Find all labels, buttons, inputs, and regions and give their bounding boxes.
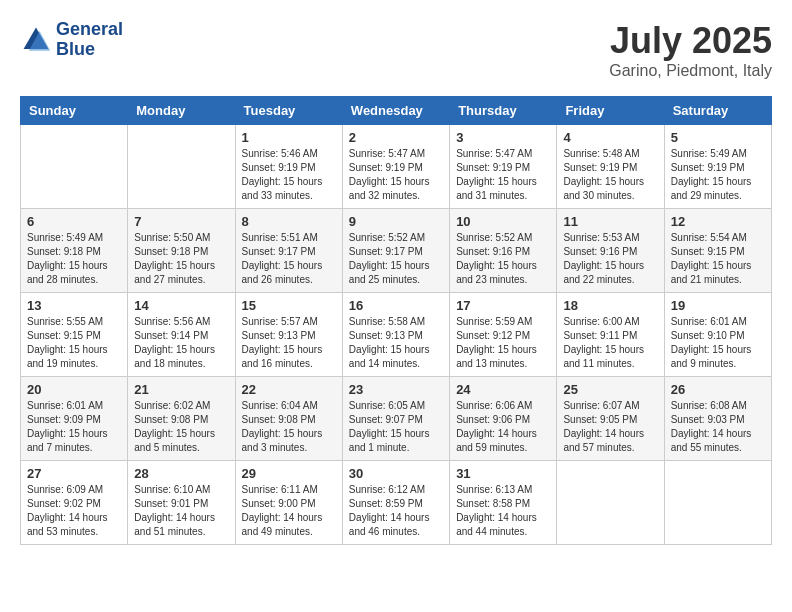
day-info: Sunrise: 6:08 AMSunset: 9:03 PMDaylight:…: [671, 399, 765, 455]
day-info: Sunrise: 6:04 AMSunset: 9:08 PMDaylight:…: [242, 399, 336, 455]
day-info: Sunrise: 5:59 AMSunset: 9:12 PMDaylight:…: [456, 315, 550, 371]
day-number: 1: [242, 130, 336, 145]
day-number: 26: [671, 382, 765, 397]
day-info: Sunrise: 5:54 AMSunset: 9:15 PMDaylight:…: [671, 231, 765, 287]
calendar-cell: 3Sunrise: 5:47 AMSunset: 9:19 PMDaylight…: [450, 125, 557, 209]
weekday-header-tuesday: Tuesday: [235, 97, 342, 125]
calendar-cell: 7Sunrise: 5:50 AMSunset: 9:18 PMDaylight…: [128, 209, 235, 293]
day-number: 6: [27, 214, 121, 229]
day-info: Sunrise: 5:53 AMSunset: 9:16 PMDaylight:…: [563, 231, 657, 287]
day-number: 21: [134, 382, 228, 397]
weekday-header-wednesday: Wednesday: [342, 97, 449, 125]
day-info: Sunrise: 5:50 AMSunset: 9:18 PMDaylight:…: [134, 231, 228, 287]
day-number: 18: [563, 298, 657, 313]
calendar-cell: 6Sunrise: 5:49 AMSunset: 9:18 PMDaylight…: [21, 209, 128, 293]
day-number: 30: [349, 466, 443, 481]
day-info: Sunrise: 5:52 AMSunset: 9:17 PMDaylight:…: [349, 231, 443, 287]
day-info: Sunrise: 6:06 AMSunset: 9:06 PMDaylight:…: [456, 399, 550, 455]
weekday-header-monday: Monday: [128, 97, 235, 125]
calendar-week-4: 20Sunrise: 6:01 AMSunset: 9:09 PMDayligh…: [21, 377, 772, 461]
page-header: General Blue July 2025 Garino, Piedmont,…: [20, 20, 772, 80]
day-info: Sunrise: 5:49 AMSunset: 9:18 PMDaylight:…: [27, 231, 121, 287]
day-number: 7: [134, 214, 228, 229]
day-info: Sunrise: 5:47 AMSunset: 9:19 PMDaylight:…: [349, 147, 443, 203]
day-number: 3: [456, 130, 550, 145]
day-number: 4: [563, 130, 657, 145]
day-number: 23: [349, 382, 443, 397]
calendar-cell: 20Sunrise: 6:01 AMSunset: 9:09 PMDayligh…: [21, 377, 128, 461]
day-number: 15: [242, 298, 336, 313]
calendar-cell: 5Sunrise: 5:49 AMSunset: 9:19 PMDaylight…: [664, 125, 771, 209]
day-number: 11: [563, 214, 657, 229]
day-info: Sunrise: 6:07 AMSunset: 9:05 PMDaylight:…: [563, 399, 657, 455]
calendar-cell: 21Sunrise: 6:02 AMSunset: 9:08 PMDayligh…: [128, 377, 235, 461]
calendar-cell: 17Sunrise: 5:59 AMSunset: 9:12 PMDayligh…: [450, 293, 557, 377]
calendar-cell: 31Sunrise: 6:13 AMSunset: 8:58 PMDayligh…: [450, 461, 557, 545]
calendar-cell: 19Sunrise: 6:01 AMSunset: 9:10 PMDayligh…: [664, 293, 771, 377]
calendar-cell: 2Sunrise: 5:47 AMSunset: 9:19 PMDaylight…: [342, 125, 449, 209]
logo-text: General Blue: [56, 20, 123, 60]
day-number: 13: [27, 298, 121, 313]
day-number: 5: [671, 130, 765, 145]
month-title: July 2025: [609, 20, 772, 62]
day-info: Sunrise: 6:13 AMSunset: 8:58 PMDaylight:…: [456, 483, 550, 539]
calendar-cell: 28Sunrise: 6:10 AMSunset: 9:01 PMDayligh…: [128, 461, 235, 545]
day-info: Sunrise: 5:55 AMSunset: 9:15 PMDaylight:…: [27, 315, 121, 371]
calendar-cell: 15Sunrise: 5:57 AMSunset: 9:13 PMDayligh…: [235, 293, 342, 377]
calendar-cell: 23Sunrise: 6:05 AMSunset: 9:07 PMDayligh…: [342, 377, 449, 461]
day-info: Sunrise: 5:51 AMSunset: 9:17 PMDaylight:…: [242, 231, 336, 287]
day-info: Sunrise: 6:01 AMSunset: 9:10 PMDaylight:…: [671, 315, 765, 371]
calendar-cell: [21, 125, 128, 209]
day-info: Sunrise: 6:11 AMSunset: 9:00 PMDaylight:…: [242, 483, 336, 539]
calendar-cell: 12Sunrise: 5:54 AMSunset: 9:15 PMDayligh…: [664, 209, 771, 293]
day-number: 10: [456, 214, 550, 229]
calendar-cell: 1Sunrise: 5:46 AMSunset: 9:19 PMDaylight…: [235, 125, 342, 209]
day-info: Sunrise: 6:10 AMSunset: 9:01 PMDaylight:…: [134, 483, 228, 539]
day-number: 14: [134, 298, 228, 313]
day-number: 24: [456, 382, 550, 397]
weekday-header-thursday: Thursday: [450, 97, 557, 125]
day-number: 22: [242, 382, 336, 397]
day-info: Sunrise: 5:52 AMSunset: 9:16 PMDaylight:…: [456, 231, 550, 287]
day-info: Sunrise: 6:09 AMSunset: 9:02 PMDaylight:…: [27, 483, 121, 539]
weekday-header-sunday: Sunday: [21, 97, 128, 125]
title-block: July 2025 Garino, Piedmont, Italy: [609, 20, 772, 80]
calendar-cell: 16Sunrise: 5:58 AMSunset: 9:13 PMDayligh…: [342, 293, 449, 377]
calendar-cell: [128, 125, 235, 209]
calendar-cell: [557, 461, 664, 545]
day-info: Sunrise: 5:57 AMSunset: 9:13 PMDaylight:…: [242, 315, 336, 371]
day-number: 8: [242, 214, 336, 229]
day-info: Sunrise: 5:48 AMSunset: 9:19 PMDaylight:…: [563, 147, 657, 203]
location: Garino, Piedmont, Italy: [609, 62, 772, 80]
day-info: Sunrise: 6:05 AMSunset: 9:07 PMDaylight:…: [349, 399, 443, 455]
day-number: 9: [349, 214, 443, 229]
day-info: Sunrise: 5:46 AMSunset: 9:19 PMDaylight:…: [242, 147, 336, 203]
day-number: 16: [349, 298, 443, 313]
calendar-cell: 11Sunrise: 5:53 AMSunset: 9:16 PMDayligh…: [557, 209, 664, 293]
day-info: Sunrise: 5:49 AMSunset: 9:19 PMDaylight:…: [671, 147, 765, 203]
weekday-header-saturday: Saturday: [664, 97, 771, 125]
calendar-cell: 30Sunrise: 6:12 AMSunset: 8:59 PMDayligh…: [342, 461, 449, 545]
weekday-header-friday: Friday: [557, 97, 664, 125]
calendar-week-5: 27Sunrise: 6:09 AMSunset: 9:02 PMDayligh…: [21, 461, 772, 545]
weekday-header-row: SundayMondayTuesdayWednesdayThursdayFrid…: [21, 97, 772, 125]
calendar-cell: 18Sunrise: 6:00 AMSunset: 9:11 PMDayligh…: [557, 293, 664, 377]
calendar-cell: 29Sunrise: 6:11 AMSunset: 9:00 PMDayligh…: [235, 461, 342, 545]
day-number: 12: [671, 214, 765, 229]
day-number: 28: [134, 466, 228, 481]
calendar-week-3: 13Sunrise: 5:55 AMSunset: 9:15 PMDayligh…: [21, 293, 772, 377]
day-number: 2: [349, 130, 443, 145]
day-number: 27: [27, 466, 121, 481]
day-info: Sunrise: 6:00 AMSunset: 9:11 PMDaylight:…: [563, 315, 657, 371]
calendar-cell: 14Sunrise: 5:56 AMSunset: 9:14 PMDayligh…: [128, 293, 235, 377]
calendar-cell: 24Sunrise: 6:06 AMSunset: 9:06 PMDayligh…: [450, 377, 557, 461]
calendar-cell: 25Sunrise: 6:07 AMSunset: 9:05 PMDayligh…: [557, 377, 664, 461]
calendar-cell: 26Sunrise: 6:08 AMSunset: 9:03 PMDayligh…: [664, 377, 771, 461]
calendar-cell: 9Sunrise: 5:52 AMSunset: 9:17 PMDaylight…: [342, 209, 449, 293]
calendar-week-1: 1Sunrise: 5:46 AMSunset: 9:19 PMDaylight…: [21, 125, 772, 209]
calendar-cell: 8Sunrise: 5:51 AMSunset: 9:17 PMDaylight…: [235, 209, 342, 293]
day-info: Sunrise: 5:56 AMSunset: 9:14 PMDaylight:…: [134, 315, 228, 371]
calendar-week-2: 6Sunrise: 5:49 AMSunset: 9:18 PMDaylight…: [21, 209, 772, 293]
day-number: 29: [242, 466, 336, 481]
calendar-cell: 13Sunrise: 5:55 AMSunset: 9:15 PMDayligh…: [21, 293, 128, 377]
